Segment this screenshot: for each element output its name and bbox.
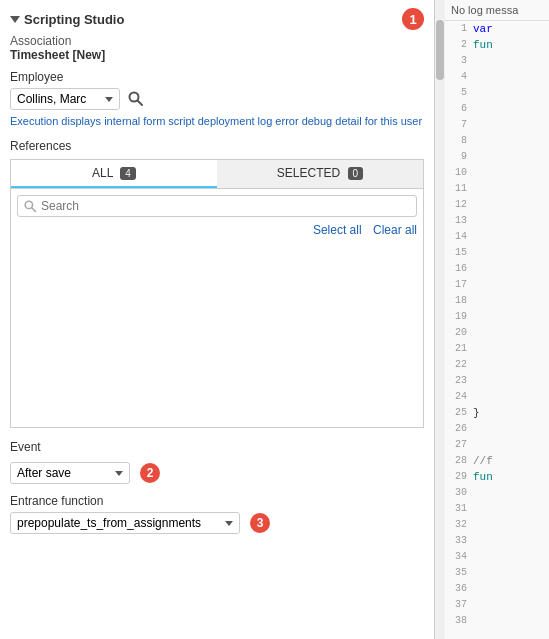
references-search-input[interactable] (41, 199, 410, 213)
line-number: 11 (445, 181, 473, 197)
line-content: fun (473, 469, 493, 485)
code-line: 9 (445, 149, 549, 165)
line-number: 3 (445, 53, 473, 69)
select-all-link[interactable]: Select all (313, 223, 362, 237)
left-panel: Scripting Studio 1 Association Timesheet… (0, 0, 435, 639)
line-number: 29 (445, 469, 473, 485)
code-line: 22 (445, 357, 549, 373)
svg-line-1 (138, 101, 143, 106)
line-number: 10 (445, 165, 473, 181)
line-number: 32 (445, 517, 473, 533)
entrance-select-row: prepopulate_ts_from_assignments 3 (10, 512, 424, 534)
code-line: 14 (445, 229, 549, 245)
badge-2[interactable]: 2 (140, 463, 160, 483)
line-number: 26 (445, 421, 473, 437)
line-number: 36 (445, 581, 473, 597)
badge-1[interactable]: 1 (402, 8, 424, 30)
line-content: //f (473, 453, 493, 469)
event-label-row: Event (10, 440, 424, 458)
code-line: 35 (445, 565, 549, 581)
line-number: 34 (445, 549, 473, 565)
line-content: fun (473, 37, 493, 53)
code-line: 38 (445, 613, 549, 629)
action-links: Select all Clear all (17, 223, 417, 237)
line-number: 24 (445, 389, 473, 405)
code-line: 10 (445, 165, 549, 181)
line-number: 8 (445, 133, 473, 149)
code-line: 36 (445, 581, 549, 597)
code-line: 34 (445, 549, 549, 565)
line-number: 23 (445, 373, 473, 389)
line-number: 37 (445, 597, 473, 613)
line-number: 30 (445, 485, 473, 501)
code-line: 33 (445, 533, 549, 549)
line-number: 2 (445, 37, 473, 53)
event-select-row: After save 2 (10, 462, 424, 484)
line-number: 9 (445, 149, 473, 165)
line-number: 7 (445, 117, 473, 133)
code-line: 19 (445, 309, 549, 325)
line-number: 12 (445, 197, 473, 213)
employee-label: Employee (10, 70, 424, 84)
collapse-icon[interactable] (10, 16, 20, 23)
employee-row: Collins, Marc (10, 88, 424, 110)
references-label: References (10, 139, 424, 153)
tab-selected[interactable]: SELECTED 0 (217, 160, 423, 188)
event-section: Event After save 2 (10, 440, 424, 484)
line-number: 25 (445, 405, 473, 421)
line-content: } (473, 405, 480, 421)
event-select[interactable]: After save (10, 462, 130, 484)
employee-search-button[interactable] (126, 89, 146, 109)
line-number: 18 (445, 293, 473, 309)
line-number: 35 (445, 565, 473, 581)
code-line: 24 (445, 389, 549, 405)
code-line: 20 (445, 325, 549, 341)
line-number: 20 (445, 325, 473, 341)
code-line: 28//f (445, 453, 549, 469)
code-line: 37 (445, 597, 549, 613)
line-number: 21 (445, 341, 473, 357)
references-box: Select all Clear all (10, 188, 424, 428)
tab-selected-label: SELECTED (277, 166, 340, 180)
code-line: 26 (445, 421, 549, 437)
execution-note: Execution displays internal form script … (10, 114, 424, 129)
badge-3[interactable]: 3 (250, 513, 270, 533)
line-number: 4 (445, 69, 473, 85)
tab-all[interactable]: ALL 4 (11, 160, 217, 188)
references-search-icon (24, 200, 37, 213)
line-number: 31 (445, 501, 473, 517)
entrance-select[interactable]: prepopulate_ts_from_assignments (10, 512, 240, 534)
tab-selected-badge: 0 (348, 167, 364, 180)
code-line: 1var (445, 21, 549, 37)
code-line: 27 (445, 437, 549, 453)
code-line: 17 (445, 277, 549, 293)
code-line: 30 (445, 485, 549, 501)
employee-select[interactable]: Collins, Marc (10, 88, 120, 110)
line-number: 5 (445, 85, 473, 101)
svg-line-3 (32, 208, 36, 212)
line-number: 22 (445, 357, 473, 373)
code-line: 3 (445, 53, 549, 69)
section-header: Scripting Studio 1 (10, 8, 424, 30)
scrollbar-thumb[interactable] (436, 20, 444, 80)
code-editor[interactable]: 1var2fun34567891011121314151617181920212… (445, 21, 549, 629)
association-label: Association (10, 34, 424, 48)
line-number: 14 (445, 229, 473, 245)
line-number: 27 (445, 437, 473, 453)
main-scrollbar[interactable] (435, 0, 445, 639)
code-line: 6 (445, 101, 549, 117)
code-line: 32 (445, 517, 549, 533)
line-number: 17 (445, 277, 473, 293)
line-content: var (473, 21, 493, 37)
code-line: 21 (445, 341, 549, 357)
code-line: 13 (445, 213, 549, 229)
code-line: 8 (445, 133, 549, 149)
line-number: 13 (445, 213, 473, 229)
code-line: 15 (445, 245, 549, 261)
line-number: 16 (445, 261, 473, 277)
tab-all-label: ALL (92, 166, 113, 180)
line-number: 28 (445, 453, 473, 469)
clear-all-link[interactable]: Clear all (373, 223, 417, 237)
line-number: 6 (445, 101, 473, 117)
code-line: 7 (445, 117, 549, 133)
